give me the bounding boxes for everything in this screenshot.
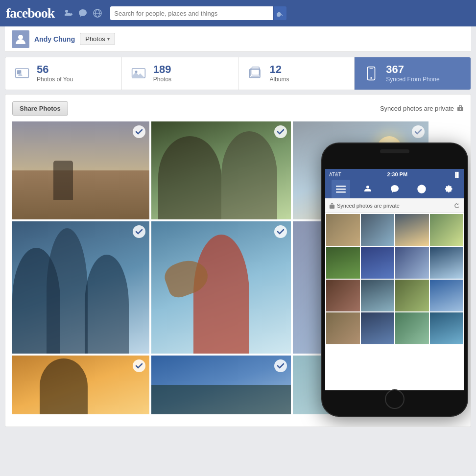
- chat-icon[interactable]: [78, 8, 88, 18]
- search-button[interactable]: [273, 6, 287, 20]
- phone-screen: AT&T 2:30 PM ▐▌: [325, 169, 464, 390]
- phone-nav-globe[interactable]: [412, 180, 431, 198]
- phone-icon: [362, 65, 380, 82]
- phone-nav-settings[interactable]: [439, 180, 458, 198]
- sync-status: Synced photos are private: [380, 104, 464, 113]
- sync-status-text: Synced photos are private: [380, 105, 454, 112]
- phone-nav-chat[interactable]: [385, 180, 404, 198]
- dropdown-arrow-icon: ▾: [107, 36, 110, 42]
- phone-photo-5[interactable]: [326, 247, 360, 279]
- phone-photo-9[interactable]: [326, 280, 360, 311]
- photos-of-you-icon: [13, 65, 31, 82]
- search-input[interactable]: [110, 6, 273, 20]
- profile-bar: Andy Chung Photos ▾: [5, 26, 471, 52]
- phone-photo-8[interactable]: [430, 247, 464, 279]
- phone-photo-10[interactable]: [361, 280, 395, 311]
- synced-count: 367: [386, 64, 439, 75]
- albums-icon: [246, 65, 264, 82]
- phone-photo-4[interactable]: [430, 214, 464, 246]
- photo-check-8[interactable]: [274, 359, 287, 372]
- phone-sync-text: Synced photos are private: [337, 203, 400, 209]
- battery-icon: ▐▌: [453, 172, 460, 177]
- friends-icon[interactable]: [63, 8, 73, 18]
- refresh-icon[interactable]: [453, 202, 460, 209]
- photos-of-you-label: Photos of You: [37, 76, 73, 83]
- phone-photo-14[interactable]: [361, 312, 395, 344]
- user-name[interactable]: Andy Chung: [34, 35, 75, 43]
- phone-photo-2[interactable]: [361, 214, 395, 246]
- header-icons: [63, 8, 102, 18]
- photo-check-3[interactable]: [412, 125, 425, 138]
- phone-nav-friends[interactable]: [358, 180, 377, 198]
- phone-nav-menu[interactable]: [332, 180, 350, 198]
- photo-cell-7[interactable]: [12, 356, 149, 414]
- phone-photo-3[interactable]: [395, 214, 429, 246]
- phone-carrier: AT&T: [329, 172, 341, 177]
- photo-cell-5[interactable]: [151, 221, 291, 354]
- stat-photos-of-you-text: 56 Photos of You: [37, 64, 73, 83]
- stat-photos-text: 189 Photos: [153, 64, 171, 83]
- share-photos-button[interactable]: Share Photos: [12, 101, 68, 116]
- header: facebook: [0, 0, 476, 26]
- svg-point-12: [371, 77, 372, 79]
- photo-check-1[interactable]: [133, 125, 145, 138]
- globe-icon[interactable]: [93, 8, 102, 18]
- photo-check-7[interactable]: [133, 359, 145, 372]
- facebook-logo[interactable]: facebook: [6, 5, 54, 21]
- stats-bar: 56 Photos of You 189 Photos 12 Albums 36…: [5, 57, 471, 90]
- toolbar: Share Photos Synced photos are private: [12, 101, 464, 116]
- photos-label: Photos: [153, 76, 171, 83]
- phone-status-bar: AT&T 2:30 PM ▐▌: [325, 169, 464, 180]
- photos-tab[interactable]: Photos ▾: [80, 33, 115, 45]
- svg-point-3: [18, 35, 23, 40]
- phone-photo-1[interactable]: [326, 214, 360, 246]
- photo-check-2[interactable]: [274, 125, 287, 138]
- stat-synced-text: 367 Synced From Phone: [386, 64, 439, 83]
- phone-home-button[interactable]: [385, 389, 405, 409]
- phone-photo-6[interactable]: [361, 247, 395, 279]
- photos-tab-label: Photos: [85, 35, 105, 43]
- phone-notch: [380, 149, 409, 153]
- phone-sync-bar: Synced photos are private: [325, 198, 464, 213]
- phone-photo-16[interactable]: [430, 312, 464, 344]
- phone-photo-11[interactable]: [395, 280, 429, 311]
- stat-photos[interactable]: 189 Photos: [122, 57, 238, 90]
- photo-check-4[interactable]: [133, 225, 145, 238]
- phone-photo-grid: [325, 213, 464, 345]
- photo-cell-1[interactable]: [12, 121, 149, 219]
- photos-of-you-count: 56: [37, 64, 73, 75]
- phone-body: AT&T 2:30 PM ▐▌: [321, 143, 468, 417]
- photo-check-5[interactable]: [274, 225, 287, 238]
- svg-rect-16: [336, 191, 346, 193]
- photo-cell-8[interactable]: [151, 356, 291, 414]
- content-area: Share Photos Synced photos are private: [5, 94, 471, 427]
- photo-cell-4[interactable]: [12, 221, 149, 354]
- photo-cell-2[interactable]: [151, 121, 291, 219]
- albums-label: Albums: [270, 76, 289, 83]
- svg-rect-14: [336, 186, 346, 187]
- phone-nav: [325, 180, 464, 198]
- albums-count: 12: [270, 64, 289, 75]
- phone-photo-7[interactable]: [395, 247, 429, 279]
- lock-icon: [457, 104, 464, 113]
- avatar: [12, 30, 29, 48]
- phone-photo-12[interactable]: [430, 280, 464, 311]
- photos-count: 189: [153, 64, 171, 75]
- stat-albums[interactable]: 12 Albums: [238, 57, 355, 90]
- stat-albums-text: 12 Albums: [270, 64, 289, 83]
- photos-icon: [130, 65, 147, 82]
- search-bar: [110, 6, 286, 20]
- phone-photo-13[interactable]: [326, 312, 360, 344]
- phone-mockup: AT&T 2:30 PM ▐▌: [311, 143, 471, 427]
- stat-synced[interactable]: 367 Synced From Phone: [355, 57, 471, 90]
- phone-time: 2:30 PM: [387, 171, 408, 177]
- phone-photo-15[interactable]: [395, 312, 429, 344]
- stat-photos-of-you[interactable]: 56 Photos of You: [5, 57, 122, 90]
- svg-rect-15: [336, 189, 346, 190]
- synced-label: Synced From Phone: [386, 76, 439, 83]
